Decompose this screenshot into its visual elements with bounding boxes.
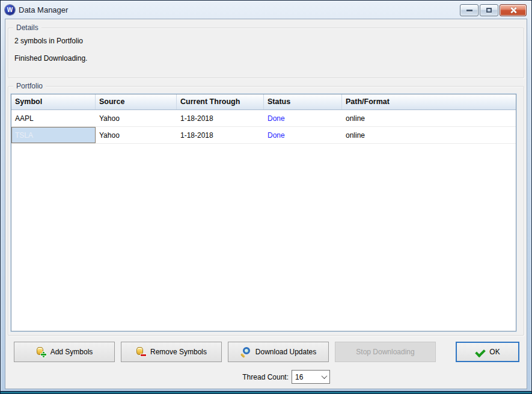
checkmark-icon [475,348,485,356]
download-updates-button[interactable]: Download Updates [228,342,329,362]
maximize-button[interactable] [480,4,498,16]
column-header-status[interactable]: Status [264,94,342,109]
details-groupbox: Details 2 symbols in Portfolio Finished … [8,28,524,78]
thread-count-label: Thread Count: [242,373,289,381]
remove-symbols-label: Remove Symbols [150,348,207,356]
portfolio-groupbox: Portfolio Symbol Source Current Through … [8,86,524,336]
database-remove-icon [136,347,145,357]
cell-source[interactable]: Yahoo [96,110,177,126]
column-header-path-format[interactable]: Path/Format [342,94,516,109]
caption-buttons [460,4,527,16]
ok-button[interactable]: OK [456,342,519,362]
add-symbols-button[interactable]: Add Symbols [14,342,115,362]
cell-source[interactable]: Yahoo [96,127,177,143]
column-header-current-through[interactable]: Current Through [177,94,264,109]
grid-empty-area[interactable] [11,144,516,331]
titlebar[interactable]: W Data Manager [1,1,531,19]
window-title: Data Manager [19,5,68,14]
ok-label: OK [489,348,500,356]
cell-symbol[interactable]: AAPL [11,110,96,126]
client-area: Details 2 symbols in Portfolio Finished … [5,19,527,389]
minimize-icon [466,10,472,11]
app-logo-icon: W [5,5,15,15]
column-header-source[interactable]: Source [96,94,177,109]
database-add-icon [36,347,46,357]
minimize-button[interactable] [460,4,478,16]
cell-current-through[interactable]: 1-18-2018 [177,110,264,126]
cell-path-format[interactable]: online [342,110,516,126]
footer-button-bar: Add Symbols Remove Symbols Download Upda… [9,342,523,362]
remove-symbols-button[interactable]: Remove Symbols [121,342,222,362]
cell-status[interactable]: Done [264,110,342,126]
cell-current-through[interactable]: 1-18-2018 [177,127,264,143]
cell-path-format[interactable]: online [342,127,516,143]
chevron-down-icon [322,373,328,379]
maximize-icon [486,8,492,13]
portfolio-group-label: Portfolio [13,82,46,90]
symbol-count-text: 2 symbols in Portfolio [14,37,524,45]
download-status-text: Finished Downloading. [14,54,524,63]
column-header-symbol[interactable]: Symbol [11,94,96,109]
stop-downloading-button: Stop Downloading [335,342,436,362]
table-row[interactable]: TSLA Yahoo 1-18-2018 Done online [11,127,516,144]
data-manager-window: W Data Manager Details 2 symbols in Port… [0,0,532,394]
cell-symbol-selected[interactable]: TSLA [11,127,96,143]
add-symbols-label: Add Symbols [50,348,93,356]
table-row[interactable]: AAPL Yahoo 1-18-2018 Done online [11,110,516,127]
grid-header-row: Symbol Source Current Through Status Pat… [11,94,516,110]
cell-status[interactable]: Done [264,127,342,143]
portfolio-grid[interactable]: Symbol Source Current Through Status Pat… [11,94,516,331]
close-icon [510,7,517,14]
details-group-label: Details [13,23,41,32]
thread-count-select[interactable]: 16 [292,370,330,384]
download-updates-label: Download Updates [255,348,316,356]
stop-downloading-label: Stop Downloading [356,348,414,356]
close-button[interactable] [500,4,527,16]
magnifier-icon [240,347,251,357]
thread-count-row: Thread Count: 16 [9,370,330,384]
thread-count-value: 16 [295,373,303,381]
